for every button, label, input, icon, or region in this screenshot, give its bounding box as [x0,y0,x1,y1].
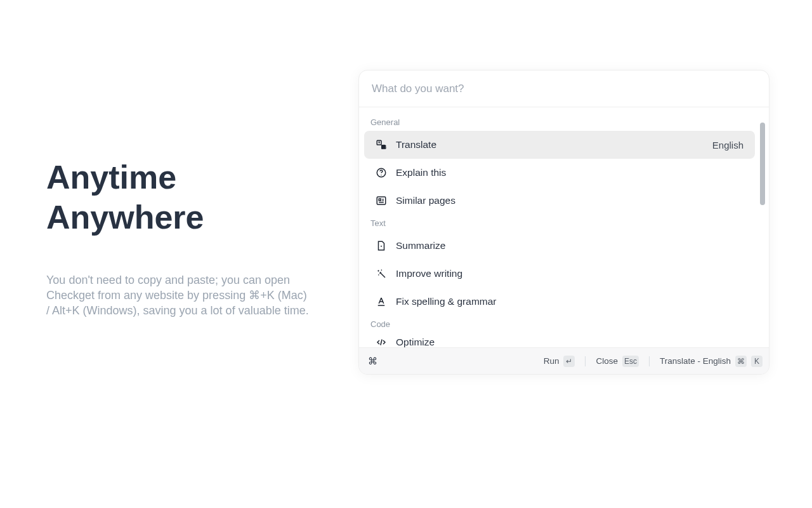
footer-action[interactable]: Translate - English ⌘ K [660,356,763,367]
palette-footer: ⌘ Run ↵ Close Esc Translate - English ⌘ … [359,347,769,374]
item-improve[interactable]: Improve writing [364,260,755,288]
translate-icon: 文 [376,139,387,150]
item-label: Optimize [396,337,743,347]
command-palette: General 文 Translate English [358,70,769,375]
command-list: General 文 Translate English [359,107,760,347]
svg-rect-6 [379,199,381,201]
item-translate[interactable]: 文 Translate English [364,131,755,159]
enter-key-icon: ↵ [563,356,575,367]
item-similar[interactable]: Similar pages [364,187,755,215]
item-summarize[interactable]: Summarize [364,232,755,260]
close-label: Close [596,356,618,366]
svg-line-11 [381,273,386,278]
code-icon [376,337,387,347]
command-icon: ⌘ [368,356,377,367]
hero-body: You don't need to copy and paste; you ca… [46,272,313,319]
item-trail: English [712,140,743,150]
question-circle-icon [376,167,387,178]
svg-text:文: 文 [382,145,386,149]
run-label: Run [544,356,560,366]
item-label: Summarize [396,240,743,251]
search-input[interactable] [370,82,757,96]
command-list-wrap: General 文 Translate English [359,107,769,347]
hero: Anytime Anywhere You don't need to copy … [46,157,313,319]
item-label: Improve writing [396,268,743,279]
document-icon [376,240,387,251]
item-label: Fix spelling & grammar [396,296,743,307]
text-underline-icon [376,296,387,307]
item-optimize[interactable]: Optimize [364,333,755,347]
svg-point-10 [381,246,382,247]
item-explain[interactable]: Explain this [364,159,755,187]
item-label: Similar pages [396,195,743,206]
footer-run[interactable]: Run ↵ [544,356,575,367]
magic-wand-icon [376,268,387,279]
hero-title: Anytime Anywhere [46,157,313,238]
hero-title-line1: Anytime [46,159,176,196]
item-label: Explain this [396,167,743,178]
section-label-code: Code [359,316,760,333]
newspaper-icon [376,195,387,206]
section-label-general: General [359,114,760,131]
action-label: Translate - English [660,356,731,366]
section-label-text: Text [359,215,760,232]
item-label: Translate [396,139,704,150]
cmd-key-icon: ⌘ [735,356,747,367]
hero-title-line2: Anywhere [46,199,204,236]
k-key-icon: K [751,356,763,367]
scrollbar[interactable] [760,123,765,205]
svg-point-4 [381,175,381,175]
separator [585,356,586,366]
esc-key-icon: Esc [622,356,639,367]
separator [649,356,650,366]
item-fix[interactable]: Fix spelling & grammar [364,288,755,316]
search-bar [359,70,769,107]
footer-close[interactable]: Close Esc [596,356,639,367]
svg-line-14 [381,340,382,345]
